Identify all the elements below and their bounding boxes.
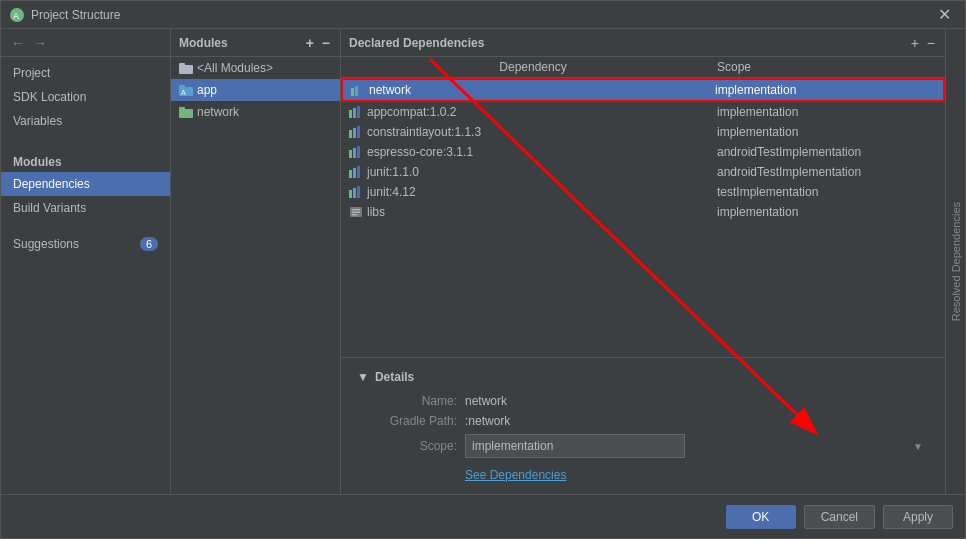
modules-remove-button[interactable]: − (320, 35, 332, 51)
ok-button[interactable]: OK (726, 505, 796, 529)
dep-name-junit110: junit:1.1.0 (367, 165, 713, 179)
modules-section-label: Modules (1, 149, 170, 172)
details-title: Details (375, 370, 414, 384)
dep-col-dependency: Dependency (349, 60, 717, 74)
details-section: ▼ Details Name: network Gradle Path: :ne… (341, 357, 945, 494)
dep-remove-button[interactable]: − (925, 35, 937, 51)
dep-scope-libs: implementation (717, 205, 937, 219)
dep-row-junit412[interactable]: junit:4.12 testImplementation (341, 182, 945, 202)
sidebar-item-sdk[interactable]: SDK Location (1, 85, 170, 109)
modules-panel-header: Modules + − (171, 29, 340, 57)
lib-icon-libs (349, 205, 363, 219)
dep-name-junit412: junit:4.12 (367, 185, 713, 199)
sidebar-item-build-variants[interactable]: Build Variants (1, 196, 170, 220)
modules-panel-actions: + − (304, 35, 332, 51)
svg-rect-8 (179, 107, 185, 110)
scope-label: Scope: (357, 439, 457, 453)
dep-scope-junit412: testImplementation (717, 185, 937, 199)
forward-arrow[interactable]: → (31, 35, 49, 51)
name-value: network (465, 394, 929, 408)
svg-text:A: A (13, 11, 19, 21)
svg-rect-5 (179, 85, 185, 88)
app-folder-icon: A (179, 83, 193, 97)
dep-col-scope: Scope (717, 60, 937, 74)
dep-scope-constraintlayout: implementation (717, 125, 937, 139)
svg-rect-3 (179, 63, 185, 66)
suggestions-badge: 6 (140, 237, 158, 251)
dep-name-libs: libs (367, 205, 713, 219)
project-structure-window: A Project Structure ✕ ← → Project SDK Lo… (0, 0, 966, 539)
app-label: app (197, 83, 217, 97)
title-bar-left: A Project Structure (9, 7, 120, 23)
sidebar-item-dependencies[interactable]: Dependencies (1, 172, 170, 196)
main-content: ← → Project SDK Location Variables Modul… (1, 29, 965, 494)
dep-name-appcompat: appcompat:1.0.2 (367, 105, 713, 119)
sidebar-item-project[interactable]: Project (1, 61, 170, 85)
name-label: Name: (357, 394, 457, 408)
svg-rect-12 (352, 209, 360, 211)
dep-row-junit110[interactable]: junit:1.1.0 androidTestImplementation (341, 162, 945, 182)
details-grid: Name: network Gradle Path: :network Scop… (357, 394, 929, 482)
svg-rect-7 (179, 109, 193, 118)
lib-icon-espresso (349, 145, 363, 159)
gradle-path-label: Gradle Path: (357, 414, 457, 428)
dep-row-espresso[interactable]: espresso-core:3.1.1 androidTestImplement… (341, 142, 945, 162)
select-arrow-icon: ▼ (913, 441, 923, 452)
module-network[interactable]: network (171, 101, 340, 123)
network-module-label: network (197, 105, 239, 119)
dep-scope-junit110: androidTestImplementation (717, 165, 937, 179)
dep-row-constraintlayout[interactable]: constraintlayout:1.1.3 implementation (341, 122, 945, 142)
back-arrow[interactable]: ← (9, 35, 27, 51)
dep-row-appcompat[interactable]: appcompat:1.0.2 implementation (341, 102, 945, 122)
dep-add-button[interactable]: + (909, 35, 921, 51)
see-dependencies-link[interactable]: See Dependencies (465, 468, 929, 482)
title-bar: A Project Structure ✕ (1, 1, 965, 29)
modules-panel-title: Modules (179, 36, 228, 50)
svg-rect-14 (352, 214, 357, 216)
dep-table-header: Dependency Scope (341, 57, 945, 78)
nav-arrows: ← → (1, 29, 170, 57)
folder-icon (179, 61, 193, 75)
modules-add-button[interactable]: + (304, 35, 316, 51)
close-button[interactable]: ✕ (932, 5, 957, 25)
app-icon: A (9, 7, 25, 23)
resolved-deps-label[interactable]: Resolved Dependencies (950, 202, 962, 321)
module-app[interactable]: A app (171, 79, 340, 101)
dep-panel-actions: + − (909, 35, 937, 51)
sidebar-section-top: Project SDK Location Variables (1, 57, 170, 137)
lib-icon-appcompat (349, 105, 363, 119)
svg-rect-2 (179, 65, 193, 74)
apply-button[interactable]: Apply (883, 505, 953, 529)
sidebar-item-variables[interactable]: Variables (1, 109, 170, 133)
modules-list: <All Modules> A app (171, 57, 340, 494)
bottom-bar: OK Cancel Apply (1, 494, 965, 538)
sidebar-item-suggestions[interactable]: Suggestions 6 (1, 232, 170, 256)
cancel-button[interactable]: Cancel (804, 505, 875, 529)
dep-name-network: network (369, 83, 711, 97)
module-all-modules[interactable]: <All Modules> (171, 57, 340, 79)
sidebar-section-modules: Modules Dependencies Build Variants (1, 145, 170, 224)
svg-text:A: A (181, 89, 186, 96)
svg-rect-13 (352, 212, 360, 214)
scope-select[interactable]: implementation api compileOnly runtimeOn… (465, 434, 685, 458)
lib-icon-network (351, 83, 365, 97)
dep-name-espresso: espresso-core:3.1.1 (367, 145, 713, 159)
dep-row-libs[interactable]: libs implementation (341, 202, 945, 222)
scope-select-container: implementation api compileOnly runtimeOn… (465, 434, 929, 458)
window-title: Project Structure (31, 8, 120, 22)
dep-name-constraintlayout: constraintlayout:1.1.3 (367, 125, 713, 139)
dep-panel-title: Declared Dependencies (349, 36, 484, 50)
dep-scope-appcompat: implementation (717, 105, 937, 119)
dependencies-panel: Declared Dependencies + − Dependency Sco… (341, 29, 945, 494)
lib-icon-constraintlayout (349, 125, 363, 139)
details-toggle[interactable]: ▼ Details (357, 370, 929, 384)
network-folder-icon (179, 105, 193, 119)
gradle-path-value: :network (465, 414, 929, 428)
left-sidebar: ← → Project SDK Location Variables Modul… (1, 29, 171, 494)
details-toggle-icon: ▼ (357, 370, 369, 384)
lib-icon-junit412 (349, 185, 363, 199)
all-modules-label: <All Modules> (197, 61, 273, 75)
right-sidebar: Resolved Dependencies (945, 29, 965, 494)
dep-row-network[interactable]: network implementation (341, 78, 945, 102)
dep-scope-network: implementation (715, 83, 935, 97)
